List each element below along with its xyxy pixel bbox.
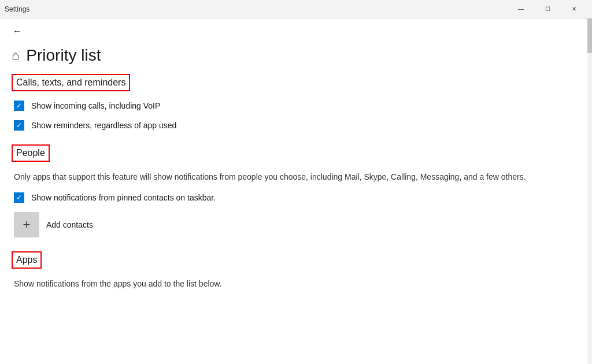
page-title: Priority list — [26, 46, 101, 65]
title-bar: Settings — ☐ ✕ — [0, 0, 592, 18]
title-bar-left: Settings — [5, 5, 29, 13]
nav-bar: ← — [0, 18, 592, 44]
checkbox-check-icon-2: ✓ — [16, 122, 22, 129]
section-calls-texts: Calls, texts, and reminders ✓ Show incom… — [12, 74, 580, 131]
add-contacts-button[interactable]: + — [14, 212, 39, 237]
incoming-calls-label: Show incoming calls, including VoIP — [31, 101, 160, 110]
apps-heading-text: Apps — [12, 251, 42, 269]
people-description: Only apps that support this feature will… — [12, 171, 580, 183]
checkbox-check-icon-3: ✓ — [16, 194, 22, 201]
calls-texts-heading-text: Calls, texts, and reminders — [12, 74, 130, 91]
checkbox-row-reminders: ✓ Show reminders, regardless of app used — [12, 120, 580, 131]
page-header: ⌂ Priority list — [0, 44, 592, 74]
scrollbar-thumb[interactable] — [587, 18, 592, 53]
section-people: People Only apps that support this featu… — [12, 144, 580, 237]
people-heading: People — [12, 144, 580, 171]
checkbox-row-incoming-calls: ✓ Show incoming calls, including VoIP — [12, 101, 580, 111]
add-contacts-row: + Add contacts — [12, 212, 580, 237]
calls-texts-heading: Calls, texts, and reminders — [12, 74, 580, 101]
main-content: Calls, texts, and reminders ✓ Show incom… — [0, 74, 592, 359]
apps-heading: Apps — [12, 251, 580, 278]
people-heading-text: People — [12, 144, 50, 162]
settings-title: Settings — [5, 5, 29, 13]
section-apps: Apps Show notifications from the apps yo… — [12, 251, 580, 290]
add-contacts-label: Add contacts — [46, 220, 93, 229]
pinned-contacts-label: Show notifications from pinned contacts … — [31, 193, 216, 202]
maximize-button[interactable]: ☐ — [534, 0, 561, 18]
pinned-contacts-checkbox[interactable]: ✓ — [14, 192, 24, 203]
apps-description: Show notifications from the apps you add… — [12, 278, 580, 290]
reminders-label: Show reminders, regardless of app used — [31, 121, 176, 130]
home-icon[interactable]: ⌂ — [12, 48, 19, 63]
title-bar-controls: — ☐ ✕ — [508, 0, 587, 18]
close-button[interactable]: ✕ — [561, 0, 587, 18]
incoming-calls-checkbox[interactable]: ✓ — [14, 101, 24, 111]
checkbox-row-pinned-contacts: ✓ Show notifications from pinned contact… — [12, 192, 580, 203]
minimize-button[interactable]: — — [508, 0, 534, 18]
checkbox-check-icon: ✓ — [16, 102, 22, 109]
reminders-checkbox[interactable]: ✓ — [14, 120, 24, 131]
back-button[interactable]: ← — [9, 23, 25, 39]
scrollbar-track — [587, 18, 592, 364]
